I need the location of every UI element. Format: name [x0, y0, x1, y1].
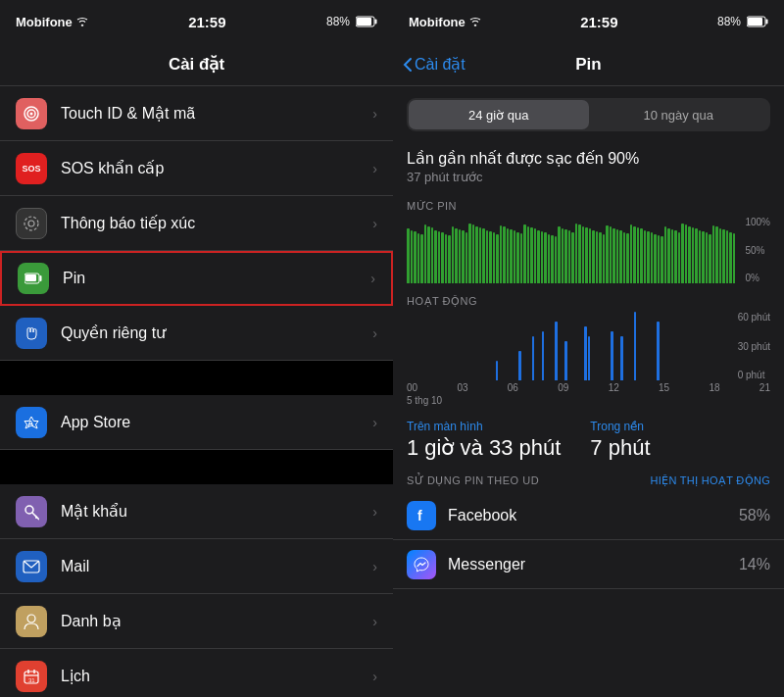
segment-control[interactable]: 24 giờ qua 10 ngày qua — [407, 98, 770, 131]
on-screen-label: Trên màn hình — [407, 420, 561, 433]
hand-icon — [23, 324, 40, 342]
charge-sub: 37 phút trước — [407, 170, 770, 184]
notify-icon — [16, 208, 47, 239]
appstore-icon: A — [16, 407, 47, 438]
row-mail[interactable]: Mail › — [0, 539, 393, 594]
segment-24h-label: 24 giờ qua — [468, 108, 529, 123]
battery-axis-100: 100% — [745, 217, 770, 227]
mail-label: Mail — [61, 558, 372, 575]
app-row-messenger[interactable]: Messenger 14% — [393, 540, 784, 589]
nav-title-left: Cài đặt — [169, 54, 224, 75]
svg-text:f: f — [417, 508, 422, 523]
mail-envelope-icon — [23, 560, 40, 573]
row-notify[interactable]: Thông báo tiếp xúc › — [0, 196, 393, 251]
battery-axis: 100% 50% 0% — [745, 217, 770, 283]
appstore-label: App Store — [61, 414, 372, 431]
wifi-icon-right — [469, 17, 481, 26]
row-password[interactable]: Mật khẩu › — [0, 484, 393, 539]
person-icon — [23, 613, 40, 630]
chevron-password: › — [372, 504, 377, 520]
privacy-icon — [16, 318, 47, 349]
svg-point-12 — [25, 506, 33, 514]
row-calendar[interactable]: 31 Lịch › — [0, 649, 393, 697]
sos-icon: SOS — [16, 153, 47, 184]
segment-10d-label: 10 ngày qua — [643, 108, 713, 123]
time-03: 03 — [457, 382, 467, 393]
section-gap-1 — [0, 361, 393, 395]
pin-usage-action[interactable]: HIỆN THỊ HOẠT ĐỘNG — [651, 474, 770, 487]
right-nav-title: Pin — [575, 55, 601, 75]
sos-label: SOS khẩn cấp — [61, 159, 372, 177]
notify-label: Thông báo tiếp xúc — [61, 214, 372, 232]
status-bar-right: Mobifone 21:59 88% — [393, 0, 784, 43]
svg-rect-9 — [25, 274, 36, 281]
messenger-logo — [414, 557, 429, 573]
calendar-label: Lịch — [61, 667, 372, 685]
time-left: 21:59 — [188, 14, 225, 30]
background-label: Trong nền — [590, 420, 650, 433]
back-button[interactable]: Cài đặt — [403, 55, 466, 74]
activity-chart-section: HOẠT ĐỘNG 60 phút 30 phút 0 phút 00 03 0… — [393, 289, 784, 412]
carrier-left: Mobifone — [16, 15, 88, 29]
segment-24h[interactable]: 24 giờ qua — [409, 100, 589, 129]
chevron-mail: › — [372, 559, 377, 574]
status-icons-right: 88% — [717, 15, 768, 28]
battery-chart-section: MỨC PIN 100% 50% 0% — [393, 194, 784, 289]
carrier-right: Mobifone — [409, 15, 481, 29]
carrier-name-left: Mobifone — [16, 15, 73, 29]
usage-row: Trên màn hình 1 giờ và 33 phút Trong nền… — [393, 412, 784, 465]
time-21: 21 — [760, 382, 770, 393]
svg-point-5 — [30, 112, 33, 115]
messenger-icon — [407, 550, 436, 579]
carrier-name-right: Mobifone — [409, 15, 466, 29]
messenger-percent: 14% — [739, 556, 770, 573]
time-18: 18 — [709, 382, 719, 393]
charge-section: Lần gần nhất được sạc đến 90% 37 phút tr… — [393, 143, 784, 194]
row-contacts[interactable]: Danh bạ › — [0, 594, 393, 649]
segment-10d[interactable]: 10 ngày qua — [589, 100, 769, 129]
status-icons-left: 88% — [326, 15, 377, 28]
calendar-svg-icon: 31 — [24, 669, 39, 684]
svg-point-6 — [24, 217, 38, 230]
touch-icon — [16, 98, 47, 129]
status-bar-left: Mobifone 21:59 88% — [0, 0, 393, 43]
wifi-icon-left — [76, 17, 88, 26]
background-col: Trong nền 7 phút — [590, 420, 650, 461]
svg-rect-29 — [765, 20, 767, 25]
row-sos[interactable]: SOS SOS khẩn cấp › — [0, 141, 393, 196]
svg-text:A: A — [27, 419, 34, 428]
calendar-icon: 31 — [16, 661, 47, 692]
time-labels: 00 03 06 09 12 15 18 21 — [407, 380, 770, 393]
battery-icon-right — [747, 16, 768, 27]
svg-text:31: 31 — [28, 677, 35, 683]
row-battery[interactable]: Pin › — [0, 251, 393, 306]
facebook-logo: f — [414, 508, 429, 523]
chevron-sos: › — [372, 161, 377, 176]
background-value: 7 phút — [590, 435, 650, 461]
chevron-calendar: › — [372, 669, 377, 684]
svg-rect-1 — [357, 18, 371, 25]
touch-label: Touch ID & Mật mã — [61, 104, 372, 123]
row-appstore[interactable]: A App Store › — [0, 395, 393, 450]
facebook-icon: f — [407, 501, 436, 530]
battery-percent-right: 88% — [717, 15, 741, 28]
charge-title: Lần gần nhất được sạc đến 90% — [407, 149, 770, 168]
app-row-facebook[interactable]: f Facebook 58% — [393, 491, 784, 540]
contacts-label: Danh bạ — [61, 612, 372, 630]
svg-rect-28 — [748, 18, 762, 25]
battery-settings-icon — [18, 263, 49, 294]
right-nav: Cài đặt Pin — [393, 43, 784, 86]
row-privacy[interactable]: Quyền riêng tư › — [0, 306, 393, 361]
battery-axis-50: 50% — [745, 245, 770, 256]
battery-chart — [407, 217, 735, 283]
time-00: 00 — [407, 382, 417, 393]
sos-text: SOS — [22, 164, 40, 174]
battery-chart-label: MỨC PIN — [407, 200, 770, 213]
segment-wrap: 24 giờ qua 10 ngày qua — [393, 86, 784, 143]
time-12: 12 — [609, 382, 619, 393]
left-panel: Mobifone 21:59 88% Cài đặt — [0, 0, 393, 697]
row-touch[interactable]: Touch ID & Mật mã › — [0, 86, 393, 141]
svg-point-7 — [28, 221, 34, 226]
mail-icon — [16, 551, 47, 582]
settings-list: Touch ID & Mật mã › SOS SOS khẩn cấp › T… — [0, 86, 393, 697]
